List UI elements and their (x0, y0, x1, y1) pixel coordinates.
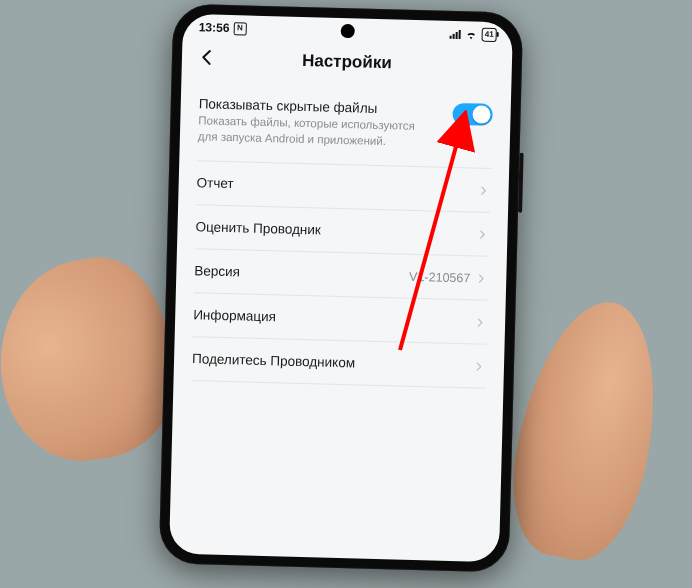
app-header: Настройки (181, 36, 512, 89)
settings-list: Показывать скрытые файлы Показать файлы,… (174, 80, 512, 390)
row-rate[interactable]: Оценить Проводник (195, 205, 490, 257)
signal-icon (450, 29, 461, 39)
chevron-right-icon (475, 227, 489, 241)
chevron-right-icon (473, 315, 487, 329)
status-time: 13:56 (199, 20, 230, 35)
chevron-right-icon (476, 183, 490, 197)
battery-level: 41 (485, 30, 494, 40)
chevron-right-icon (472, 359, 486, 373)
row-share[interactable]: Поделитесь Проводником (192, 337, 487, 389)
hand-finger (0, 249, 183, 471)
row-show-hidden-files[interactable]: Показывать скрытые файлы Показать файлы,… (197, 80, 493, 169)
hand-thumb (496, 289, 677, 570)
share-label: Поделитесь Проводником (192, 351, 355, 370)
report-label: Отчет (197, 175, 234, 191)
battery-icon: 41 (482, 28, 497, 42)
phone-screen: 13:56 N 41 Настройки Показывать скрытые … (169, 14, 513, 562)
phone-frame: 13:56 N 41 Настройки Показывать скрытые … (159, 4, 524, 573)
version-label: Версия (194, 263, 240, 279)
hidden-files-toggle[interactable] (452, 103, 493, 126)
rate-label: Оценить Проводник (195, 219, 321, 237)
chevron-right-icon (474, 271, 488, 285)
back-icon[interactable] (196, 46, 219, 69)
page-title: Настройки (302, 51, 392, 73)
row-report[interactable]: Отчет (196, 161, 491, 213)
row-version[interactable]: Версия V1-210567 (194, 249, 489, 301)
row-info[interactable]: Информация (193, 293, 488, 345)
nfc-icon: N (233, 22, 246, 35)
hidden-files-subtitle: Показать файлы, которые используются для… (198, 113, 419, 150)
info-label: Информация (193, 307, 276, 324)
wifi-icon (465, 28, 478, 41)
version-value: V1-210567 (409, 269, 471, 285)
